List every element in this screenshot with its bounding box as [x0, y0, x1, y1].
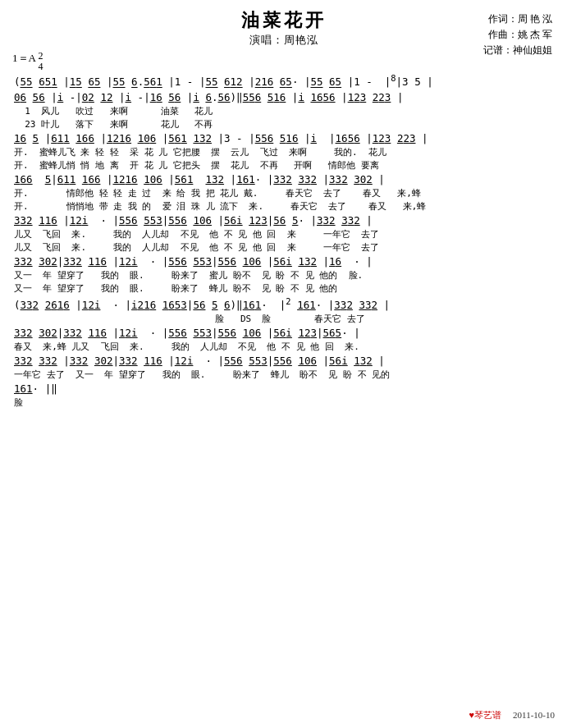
lyric-6b: 又一 年 望穿了 我的 眼. 盼来了 蜂儿 盼不 见 盼 不 见 他的	[14, 282, 553, 295]
performer-label: 演唱：	[249, 34, 284, 46]
composer: 作曲：姚 杰 军	[483, 27, 552, 43]
lyric-8: 春又 来,蜂 儿又 飞回 来. 我的 人儿却 不见 他 不 见 他 回 来.	[14, 341, 553, 354]
score-line-3: 16 5 |611 166 |1216 106 |561 132 |3 - |5…	[14, 131, 553, 146]
credits-block: 作词：周 艳 泓 作曲：姚 杰 军 记谱：神仙姐姐	[483, 11, 552, 59]
performer-line: 演唱：周艳泓	[12, 33, 555, 48]
lyric-5: 儿又 飞回 来. 我的 人儿却 不见 他 不 见 他 回 来 一年它 去了	[14, 228, 553, 241]
date-footer: 2011-10-10	[513, 710, 555, 720]
lyric-7: 脸 DS 脸 春天它 去了	[14, 313, 553, 326]
key-signature: 1＝A 24	[12, 51, 555, 72]
lyric-3: 开. 蜜蜂儿飞 来 轻 轻 采 花 儿 它把腰 摆 云儿 飞过 来啊 我的. 花…	[14, 146, 553, 172]
score-line-2: 06 56 |i -|02 12 |i -|16 56 |i 6.56)‖556…	[14, 90, 553, 105]
performer-name: 周艳泓	[284, 34, 318, 46]
score-line-7: (332 2616 |12i · |i216 1653|56 5 6)‖161·…	[14, 295, 553, 313]
time-signature: 24	[38, 51, 43, 72]
key-label: 1＝A	[12, 52, 38, 64]
score-line-6: 332 302|332 116 |12i · |556 553|556 106 …	[14, 254, 553, 269]
time-den: 4	[38, 62, 43, 72]
score-line-8: 332 302|332 116 |12i · |556 553|556 106 …	[14, 326, 553, 341]
lyric-2: 1 风儿 吹过 来啊 油菜 花儿 23 叶儿 落下 来啊 花儿 不再	[14, 105, 553, 131]
score-line-5: 332 116 |12i · |556 553|556 106 |56i 123…	[14, 213, 553, 228]
lyric-4: 开. 情郎他 轻 轻 走 过 来 给 我 把 花儿 戴. 春天它 去了 春又 来…	[14, 187, 553, 213]
score-line-9: 332 332 |332 302|332 116 |12i · |556 553…	[14, 354, 553, 369]
song-title: 油菜花开	[12, 8, 555, 33]
score-content: (55 651 |15 65 |55 6.561 |1 - |55 612 |2…	[12, 72, 555, 410]
transcriber: 记谱：神仙姐姐	[483, 43, 552, 58]
lyric-10: 脸	[14, 396, 553, 410]
lyric-5b: 儿又 飞回 来. 我的 人儿却 不见 他 不 见 他 回 来 一年它 去了	[14, 241, 553, 254]
score-line-1: (55 651 |15 65 |55 6.561 |1 - |55 612 |2…	[14, 72, 553, 89]
logo: ♥琴艺谱	[469, 709, 501, 721]
score-line-10: 161· |‖	[14, 382, 553, 396]
lyric-9: 一年它 去了 又一 年 望穿了 我的 眼. 盼来了 蜂儿 盼不 见 盼 不 见的	[14, 369, 553, 382]
score-line-4: 166 5|611 166 |1216 106 |561 132 |161· |…	[14, 172, 553, 187]
lyricist: 作词：周 艳 泓	[483, 11, 552, 27]
lyric-6: 又一 年 望穿了 我的 眼. 盼来了 蜜儿 盼不 见 盼 不 见 他的 脸.	[14, 269, 553, 282]
